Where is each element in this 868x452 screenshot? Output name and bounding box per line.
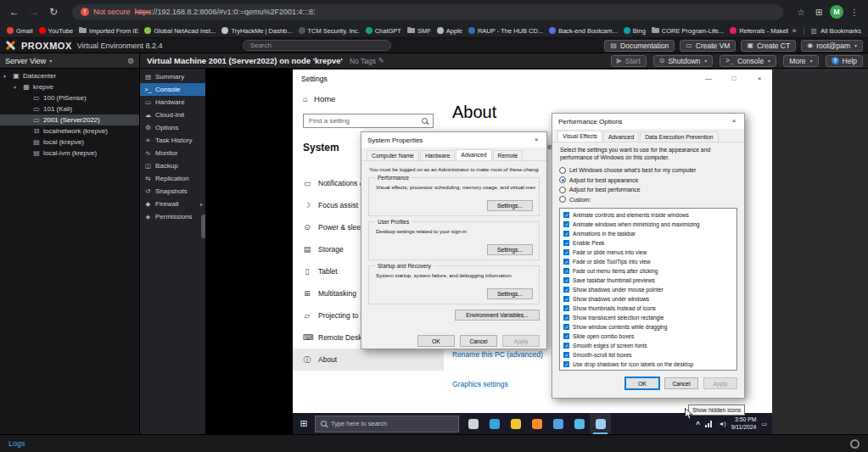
- global-search-input[interactable]: [243, 40, 391, 51]
- visual-effect-option[interactable]: Fade or slide menus into view: [562, 248, 736, 257]
- find-setting-input[interactable]: Find a setting: [303, 114, 434, 128]
- visual-effect-option[interactable]: Save taskbar thumbnail previews: [562, 276, 736, 285]
- bookmark-star-icon[interactable]: ☆: [794, 8, 808, 17]
- tree-item[interactable]: ▭ 101 (Kali): [0, 103, 139, 114]
- visual-effect-option[interactable]: Smooth edges of screen fonts: [562, 341, 736, 350]
- taskbar-clock[interactable]: 3:50 PM 9/11/2024: [731, 416, 757, 431]
- checkbox-icon[interactable]: [563, 231, 569, 237]
- rename-pc-link[interactable]: Rename this PC (advanced): [452, 350, 543, 359]
- ok-button[interactable]: OK: [625, 377, 659, 389]
- address-bar[interactable]: ! Not secure https://192.168.8.2:8006/#v…: [72, 4, 783, 20]
- visual-effect-option[interactable]: Use drop shadows for icon labels on the …: [562, 360, 736, 369]
- visual-effect-option[interactable]: Animate windows when minimizing and maxi…: [562, 220, 736, 229]
- radio-option[interactable]: Let Windows choose what's best for my co…: [559, 165, 737, 176]
- server-view-select[interactable]: Server View ▾ ⚙: [0, 53, 140, 68]
- radio-icon[interactable]: [559, 176, 566, 183]
- checkbox-icon[interactable]: [563, 277, 569, 283]
- dialog-tab[interactable]: Data Execution Prevention: [640, 131, 718, 142]
- tree-item[interactable]: ▤ local (krepve): [0, 137, 139, 148]
- maximize-icon[interactable]: □: [721, 70, 747, 87]
- cancel-button[interactable]: Cancel: [664, 377, 698, 389]
- edge-icon[interactable]: [484, 413, 505, 434]
- visual-effect-option[interactable]: Show translucent selection rectangle: [562, 313, 736, 322]
- dialog-tab[interactable]: Remote: [493, 150, 524, 160]
- tree-item[interactable]: ▤ local-lvm (krepve): [0, 148, 139, 159]
- checkbox-icon[interactable]: [563, 240, 569, 246]
- checkbox-icon[interactable]: [563, 333, 569, 339]
- dialog-tab[interactable]: Advanced: [456, 149, 491, 160]
- dialog-tab[interactable]: Hardware: [420, 150, 455, 160]
- checkbox-icon[interactable]: [563, 324, 569, 330]
- status-indicator-icon[interactable]: [850, 439, 860, 449]
- settings-button[interactable]: Settings...: [487, 200, 533, 211]
- vm-menu-item[interactable]: >_ Console: [140, 83, 205, 96]
- bookmark-item[interactable]: Gmail: [7, 27, 33, 35]
- checkbox-icon[interactable]: [563, 352, 569, 358]
- checkbox-icon[interactable]: [563, 268, 569, 274]
- radio-option[interactable]: Adjust for best appearance: [559, 176, 737, 186]
- bookmark-item[interactable]: YouTube: [39, 27, 73, 35]
- checkbox-icon[interactable]: [563, 212, 569, 218]
- radio-icon[interactable]: [559, 187, 566, 193]
- start-button[interactable]: ▶Start: [611, 55, 647, 67]
- more-button[interactable]: More▾: [783, 55, 818, 67]
- expand-caret-icon[interactable]: [3, 73, 9, 79]
- menu-dots-icon[interactable]: ⋮: [848, 8, 861, 17]
- graphics-settings-link[interactable]: Graphics settings: [452, 380, 508, 388]
- extensions-icon[interactable]: ⊞: [812, 8, 826, 17]
- radio-icon[interactable]: [559, 167, 566, 174]
- bookmark-item[interactable]: Back-end Bootcam...: [549, 27, 618, 35]
- vm-menu-item[interactable]: ◫ Backup: [140, 159, 205, 172]
- settings-home-item[interactable]: ⌂ Home: [303, 94, 444, 103]
- edit-tags-icon[interactable]: ✎: [378, 57, 384, 64]
- volume-icon[interactable]: ◄): [718, 421, 725, 427]
- expand-caret-icon[interactable]: [14, 84, 20, 90]
- visual-effect-option[interactable]: Show window contents while dragging: [562, 322, 736, 332]
- action-center-icon[interactable]: ▭: [761, 421, 767, 427]
- dialog-tab[interactable]: Visual Effects: [557, 131, 602, 142]
- visual-effect-option[interactable]: Smooth-scroll list boxes: [562, 350, 736, 360]
- shutdown-button[interactable]: ⊙Shutdown▾: [653, 55, 714, 67]
- bookmark-item[interactable]: Bing: [624, 27, 646, 35]
- visual-effect-option[interactable]: Fade or slide ToolTips into view: [562, 257, 736, 266]
- visual-effects-list[interactable]: Animate controls and elements inside win…: [559, 208, 737, 371]
- vm-menu-item[interactable]: ↺ Snapshots: [140, 185, 205, 198]
- documentation-button[interactable]: ▤Documentation: [604, 40, 675, 52]
- mail-icon[interactable]: [547, 413, 568, 434]
- dialog-tab[interactable]: Advanced: [603, 131, 639, 142]
- console-button[interactable]: >_Console▾: [720, 55, 776, 67]
- vm-menu-item[interactable]: ⚙ Options: [140, 121, 205, 134]
- create-ct-button[interactable]: ▣Create CT: [741, 40, 796, 52]
- checkbox-icon[interactable]: [563, 361, 569, 367]
- vm-menu-item[interactable]: ∿ Monitor: [140, 147, 205, 159]
- checkbox-icon[interactable]: [563, 315, 569, 321]
- radio-option[interactable]: Adjust for best performance: [559, 185, 737, 195]
- panel-collapse-handle[interactable]: [201, 215, 205, 238]
- firefox-icon[interactable]: [526, 413, 547, 434]
- vm-menu-item[interactable]: ⇆ Replication: [140, 172, 205, 185]
- settings-icon[interactable]: [590, 413, 611, 434]
- checkbox-icon[interactable]: [563, 287, 569, 293]
- checkbox-icon[interactable]: [563, 249, 569, 255]
- vm-menu-item[interactable]: ◈ Permissions: [140, 210, 205, 223]
- close-icon[interactable]: ×: [724, 114, 744, 129]
- visual-effect-option[interactable]: Slide open combo boxes: [562, 332, 736, 341]
- help-button[interactable]: ?Help: [826, 55, 863, 67]
- settings-nav-item[interactable]: ⓘ About: [293, 349, 444, 371]
- checkbox-icon[interactable]: [563, 296, 569, 302]
- vnc-console[interactable]: Settings — □ × ⌂ Home Find a setting: [206, 69, 868, 434]
- bookmark-item[interactable]: Global NetAcad Inst...: [144, 27, 216, 35]
- visual-effect-option[interactable]: Animations in the taskbar: [562, 229, 736, 238]
- tree-item[interactable]: ▣ Datacenter: [0, 70, 139, 81]
- checkbox-icon[interactable]: [563, 305, 569, 311]
- logs-toggle[interactable]: Logs: [8, 439, 25, 448]
- apply-button[interactable]: Apply: [703, 377, 737, 389]
- checkbox-icon[interactable]: [563, 343, 569, 349]
- task-view-icon[interactable]: [462, 413, 484, 434]
- visual-effect-option[interactable]: Show shadows under windows: [562, 294, 736, 304]
- show-hidden-icons-button[interactable]: ^: [696, 420, 700, 428]
- settings-button[interactable]: Settings...: [487, 244, 533, 255]
- vm-menu-item[interactable]: ◆ Firewall: [140, 198, 205, 210]
- dialog-titlebar[interactable]: System Properties ×: [361, 132, 546, 148]
- store-icon[interactable]: [568, 413, 590, 434]
